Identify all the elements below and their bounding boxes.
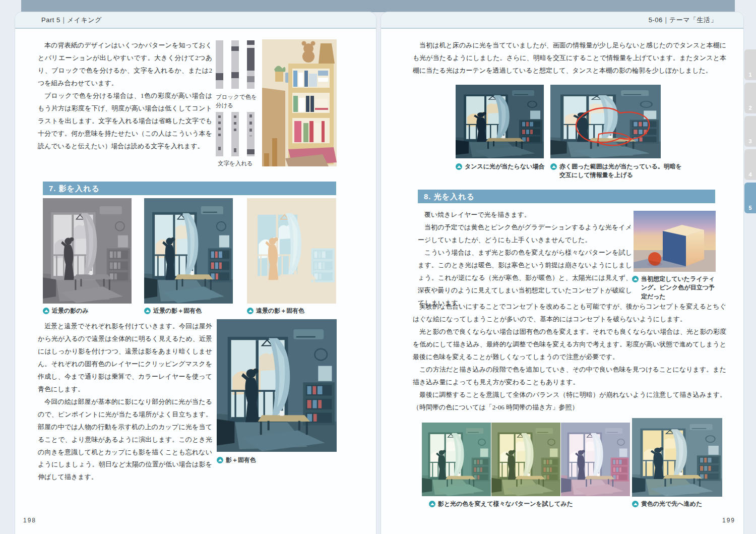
paragraph: 当初は机と床のみに光を当てていましたが、画面の情報量が少し足らないと感じたのでタ…	[413, 39, 726, 77]
chapter-tab-3: 3	[744, 116, 756, 147]
caption-marker-icon	[632, 501, 639, 507]
caption-shadow-plus-color: 影＋固有色	[217, 456, 318, 464]
caption-patterns: 影と光の色を変えて様々なパターンを試してみた	[429, 500, 623, 508]
caption-far-shadow-color: 遠景の影＋固有色	[247, 307, 343, 315]
right-mid-text: 実験的な色合いにすることでコンセプトを改めることも可能ですが、後からコンセプトを…	[413, 301, 726, 414]
caption-cube: 当初想定していたライティング。ピンク色が目立つ予定だった	[632, 275, 719, 301]
image-pattern-teal	[422, 423, 491, 496]
spine-text-diagram	[216, 112, 255, 156]
chapter-tab-2: 2	[744, 83, 756, 113]
paragraph: 実験的な色合いにすることでコンセプトを改めることも可能ですが、後からコンセプトを…	[413, 301, 726, 326]
caption-marker-icon	[550, 163, 557, 170]
chapter-tab-5-active: 5	[744, 183, 756, 213]
page-number-right: 199	[722, 517, 735, 524]
image-pattern-yellowgreen	[491, 423, 560, 496]
caption-yellow-light: 黄色の光で先へ進めた	[632, 500, 728, 508]
paragraph: こういう場合は、まず光と影の色を変えながら様々なパターンを試します。このとき光は…	[418, 247, 632, 310]
image-yellow-light	[632, 418, 722, 497]
spine-block-diagram	[216, 40, 255, 89]
paragraph: 光と影の色で良くならない場合は固有色の色を変えます。それでも良くならない場合は、…	[413, 326, 726, 364]
page-right-header: 5-06｜テーマ「生活」	[381, 12, 743, 29]
caption-marker-icon	[217, 457, 223, 463]
section-8-header: 8. 光を入れる	[418, 190, 715, 203]
image-near-shadow-color	[144, 198, 233, 304]
cube-lighting-illustration	[634, 211, 716, 272]
spine-bar	[247, 112, 255, 156]
image-red-outline	[550, 85, 661, 158]
paragraph: 本の背表紙のデザインはいくつかパターンを知っておくとバリエーションが出しやすいで…	[38, 39, 212, 90]
image-far-shadow-color	[247, 198, 336, 304]
caption-tansu: タンスに光が当たらない場合	[456, 162, 546, 171]
chapter-tab-1: 1	[744, 49, 756, 80]
paragraph: 覆い焼きレイヤーで光を描きます。	[418, 209, 632, 221]
caption-marker-icon	[247, 308, 254, 314]
book-spread: Part 5｜メイキング 本の背表紙のデザインはいくつかパターンを知っておくとバ…	[0, 0, 756, 534]
paragraph: 近景と遠景でそれぞれ影を付けていきます。今回は屋外から光が入るので遠景は全体的に…	[38, 320, 212, 396]
page-number-left: 198	[23, 517, 36, 524]
red-outline-annotation	[550, 85, 661, 158]
paragraph: 最後に調整することを意識して全体のバランス（特に明暗）が崩れないように注意して描…	[413, 389, 726, 414]
image-shadow-plus-color	[217, 319, 337, 452]
caption-near-shadow-color: 近景の影＋固有色	[144, 307, 240, 315]
section-7-header: 7. 影を入れる	[43, 182, 336, 195]
spine-bar	[231, 112, 239, 156]
caption-marker-icon	[43, 308, 49, 314]
page-right: 5-06｜テーマ「生活」 当初は机と床のみに光を当てていましたが、画面の情報量が…	[381, 12, 743, 534]
caption-marker-icon	[632, 276, 639, 282]
bookshelf-illustration	[262, 39, 337, 166]
image-tansu-no-light	[456, 85, 544, 158]
left-intro-text: 本の背表紙のデザインはいくつかパターンを知っておくとバリエーションが出しやすいで…	[38, 39, 212, 153]
paragraph: 当初の予定では黄色とピンク色がグラデーションするような光をイメージしていましたが…	[418, 221, 632, 247]
top-strip	[21, 0, 735, 12]
chapter-tab-4: 4	[744, 149, 756, 180]
page-left: Part 5｜メイキング 本の背表紙のデザインはいくつかパターンを知っておくとバ…	[15, 12, 376, 534]
spine-block-caption: ブロックで色を分ける	[216, 93, 262, 110]
paragraph: この方法だと描き込みの段階で色を追加していき、その中で良い色味を見つけることにな…	[413, 364, 726, 389]
right-intro-text: 当初は机と床のみに光を当てていましたが、画面の情報量が少し足らないと感じたのでタ…	[413, 39, 726, 77]
spine-bar	[216, 40, 223, 89]
page-left-header: Part 5｜メイキング	[15, 12, 376, 29]
caption-red-outline: 赤く囲った範囲は光が当たっている。明暗を交互にして情報量を上げる	[550, 162, 685, 180]
right-section8-text: 覆い焼きレイヤーで光を描きます。 当初の予定では黄色とピンク色がグラデーションす…	[418, 209, 632, 310]
paragraph: 今回の絵は部屋が基本的に影になり部分的に光が当たるので、ピンポイントに光が当たる…	[38, 396, 212, 484]
spine-bar	[231, 40, 239, 89]
left-body-text: 近景と遠景でそれぞれ影を付けていきます。今回は屋外から光が入るので遠景は全体的に…	[38, 320, 212, 484]
image-pattern-pink	[561, 423, 630, 496]
caption-marker-icon	[144, 308, 151, 314]
caption-marker-icon	[429, 501, 435, 507]
paragraph: ブロックで色を分ける場合は、1色の彩度が高い場合はもう片方は彩度を下げ、明度が高…	[38, 90, 212, 153]
image-near-shadow-only	[43, 198, 132, 304]
spine-bar	[216, 112, 223, 156]
caption-marker-icon	[456, 163, 462, 170]
caption-near-shadow: 近景の影のみ	[43, 307, 134, 315]
spine-bar	[247, 40, 255, 89]
